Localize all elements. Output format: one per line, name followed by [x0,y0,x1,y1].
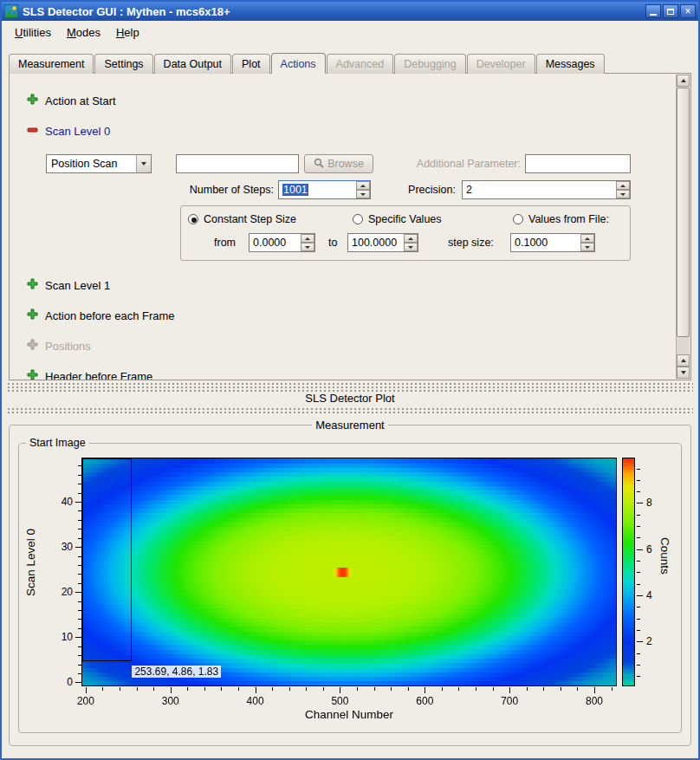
tab-developer[interactable]: Developer [467,54,535,74]
tick: 700 [501,695,518,707]
browse-button[interactable]: Browse [304,154,373,173]
close-icon: × [684,6,690,16]
splitter-handle[interactable]: SLS Detector Plot [2,382,698,417]
x-axis-ticks: 200300400500600700800 [81,687,617,710]
scan-level-1-row[interactable]: Scan Level 1 [27,278,110,292]
tick [637,515,640,516]
menu-utilities[interactable]: Utilities [7,23,59,42]
tick [637,491,640,492]
tick [137,687,138,691]
tab-debugging[interactable]: Debugging [394,54,465,74]
expand-plus-icon [27,339,38,353]
radio-icon [188,214,198,224]
spin-down-icon[interactable] [301,243,314,251]
spin-up-icon[interactable] [356,181,370,190]
number-of-steps-spinbox[interactable]: 1001 [278,180,371,199]
tab-data-output[interactable]: Data Output [154,54,231,74]
scroll-up-icon [681,359,686,362]
from-label: from [214,233,236,252]
radio-label: Constant Step Size [204,213,296,225]
tick: 200 [77,695,94,707]
step-size-value: 0.1000 [515,237,548,249]
scan-parameter-input[interactable] [176,154,299,173]
tick [637,503,643,503]
tab-plot[interactable]: Plot [232,54,270,74]
tick [637,526,640,527]
precision-spinbox[interactable]: 2 [462,180,631,199]
radio-label: Values from File: [528,213,609,225]
app-window: SLS Detector GUI : Mythen - mcs6x18+ × U… [0,0,700,760]
scroll-down-icon [681,371,686,374]
tick [75,682,81,683]
radio-values-from-file[interactable]: Values from File: [513,213,609,225]
plot-canvas-area: Scan Level 0 010203040 253.69, 4.86, 1.8… [21,449,679,728]
tick: 600 [416,695,433,707]
spin-up-icon[interactable] [616,181,630,190]
additional-parameter-input[interactable] [525,154,631,173]
scroll-up-button[interactable] [677,75,690,87]
tick [86,687,87,693]
tick [171,687,172,693]
tick [637,537,640,538]
spin-up-icon[interactable] [580,234,594,243]
tick [637,549,643,550]
action-row-label: Scan Level 0 [45,125,110,138]
tab-advanced[interactable]: Advanced [327,54,394,74]
tab-settings[interactable]: Settings [94,54,152,74]
radio-label: Specific Values [368,213,442,225]
browse-icon [314,158,324,171]
action-row-label: Positions [45,340,91,353]
radio-icon [353,214,363,224]
scan-level-0-row[interactable]: Scan Level 0 [27,124,110,138]
spin-up-icon[interactable] [301,234,314,243]
menu-help[interactable]: Help [108,23,147,42]
step-size-label: step size: [448,233,494,252]
tick [289,687,290,691]
action-before-frame-row[interactable]: Action before each Frame [27,309,175,322]
scan-mode-value: Position Scan [47,158,136,170]
vertical-scrollbar[interactable] [676,75,690,379]
tick: 300 [162,695,179,707]
step-size-spinbox[interactable]: 0.1000 [510,233,595,252]
heatmap-plot[interactable]: 253.69, 4.86, 1.83 [81,458,617,686]
action-at-start-row[interactable]: Action at Start [27,94,116,107]
from-value: 0.0000 [253,237,286,249]
scrollbar-thumb[interactable] [677,88,690,337]
tab-actions[interactable]: Actions [271,53,326,74]
to-spinbox[interactable]: 100.0000 [347,233,418,252]
spin-down-icon[interactable] [404,243,418,251]
tick [637,641,643,642]
positions-row[interactable]: Positions [27,339,91,353]
minimize-button[interactable] [645,4,661,18]
start-image-group-title: Start Image [26,437,89,449]
scan-mode-select[interactable]: Position Scan [46,154,152,173]
scroll-down-button[interactable] [677,367,690,379]
menu-modes[interactable]: Modes [59,23,108,42]
close-button[interactable]: × [680,4,696,18]
spin-down-icon[interactable] [616,190,630,198]
number-of-steps-label: Number of Steps: [139,180,274,199]
maximize-button[interactable] [663,4,678,18]
radio-specific-values[interactable]: Specific Values [353,213,442,225]
tab-measurement[interactable]: Measurement [9,54,94,74]
scroll-up-icon [681,79,686,82]
header-before-frame-row[interactable]: Header before Frame [27,369,152,380]
tick [637,619,640,620]
tick [637,561,640,562]
scroll-up-button-2[interactable] [677,354,690,367]
tick [527,687,528,691]
tick [442,687,443,691]
spin-down-icon[interactable] [356,190,370,198]
minimize-icon [650,14,657,16]
tick: 6 [646,543,652,555]
heatmap-canvas[interactable] [82,458,616,685]
from-spinbox[interactable]: 0.0000 [249,233,315,252]
tick [637,595,643,596]
tick: 20 [47,586,73,598]
tab-messages[interactable]: Messages [536,54,605,74]
radio-constant-step[interactable]: Constant Step Size [188,213,296,225]
spin-down-icon[interactable] [580,243,594,251]
tick [221,687,222,691]
spin-up-icon[interactable] [404,234,418,243]
tick [637,607,640,607]
